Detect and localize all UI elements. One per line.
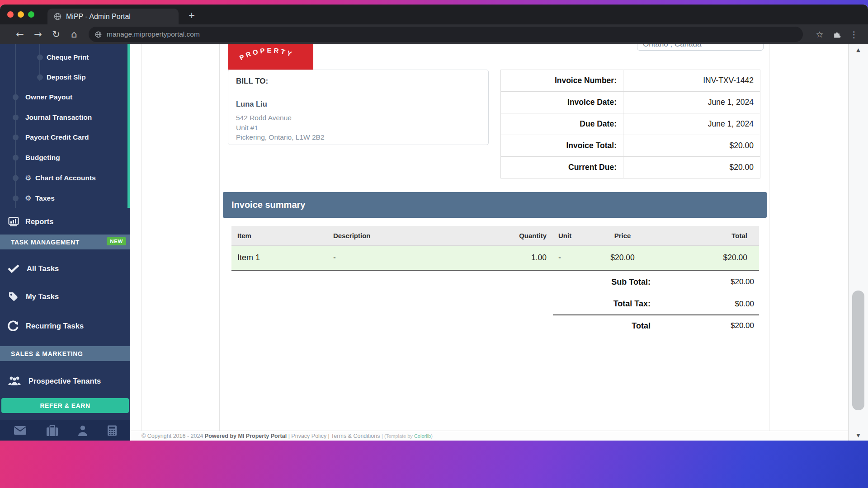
- total-tax-label: Total Tax:: [553, 299, 651, 309]
- back-button[interactable]: ←: [12, 27, 28, 42]
- invoice-items-table: Item Description Quantity Unit Price Tot…: [231, 226, 759, 271]
- address-bar[interactable]: manage.mipropertyportal.com: [89, 27, 803, 42]
- col-header-description: Description: [333, 226, 448, 245]
- person-icon[interactable]: [78, 425, 88, 436]
- subtotal-value: $20.00: [651, 277, 759, 286]
- browser-scrollbar[interactable]: ▲ ▼: [848, 44, 868, 441]
- bill-to-name: Luna Liu: [236, 100, 481, 108]
- gear-icon: ⚙: [25, 188, 31, 208]
- subtotal-row: Sub Total: $20.00: [553, 271, 759, 293]
- sidebar-item-budgeting[interactable]: Budgeting: [0, 148, 130, 168]
- sidebar-item-chart-of-accounts[interactable]: ⚙Chart of Accounts: [0, 168, 130, 188]
- invoice-date-value: June 1, 2024: [623, 92, 760, 113]
- sidebar-item-reports[interactable]: Reports: [0, 208, 130, 235]
- section-header-sales-marketing: SALES & MARKETING: [0, 346, 130, 361]
- zoom-window-button[interactable]: [28, 11, 34, 18]
- scrollbar-thumb[interactable]: [852, 291, 864, 410]
- refer-and-earn-button[interactable]: REFER & EARN: [1, 398, 129, 413]
- gear-icon: ⚙: [25, 168, 31, 188]
- table-row: Invoice Total:$20.00: [501, 135, 760, 157]
- bill-to-address-line: Unit #1: [236, 123, 481, 133]
- cell-unit: -: [550, 245, 586, 270]
- mail-icon[interactable]: [14, 426, 27, 435]
- invoice-number-label: Invoice Number:: [501, 70, 623, 92]
- window-controls[interactable]: [7, 11, 34, 18]
- browser-tab-bar: MiPP - Admin Portal +: [0, 5, 868, 24]
- sidebar-item-my-tasks[interactable]: My Tasks: [0, 282, 130, 311]
- total-tax-row: Total Tax: $0.00: [553, 293, 759, 314]
- sidebar-item-all-tasks[interactable]: All Tasks: [0, 255, 130, 282]
- bookmark-star-icon[interactable]: ☆: [812, 27, 827, 42]
- browser-tab[interactable]: MiPP - Admin Portal: [47, 9, 179, 24]
- refresh-icon: [8, 320, 19, 331]
- scroll-down-arrow-icon[interactable]: ▼: [849, 432, 868, 438]
- bill-to-address-line: Pickering, Ontario, L1W 2B2: [236, 132, 481, 142]
- footer-links[interactable]: | Privacy Policy | Terms & Conditions: [287, 433, 382, 439]
- location-field[interactable]: Ontario , Canada: [637, 44, 764, 51]
- scroll-up-arrow-icon[interactable]: ▲: [849, 47, 868, 53]
- reload-button[interactable]: ↻: [48, 27, 64, 42]
- new-badge: NEW: [107, 237, 126, 245]
- cell-price: $20.00: [586, 245, 659, 270]
- calculator-icon[interactable]: [107, 425, 117, 436]
- minimize-window-button[interactable]: [18, 11, 24, 18]
- table-row: Invoice Number:INV-TXV-1442: [501, 70, 760, 92]
- table-row: Item 1 - 1.00 - $20.00 $20.00: [231, 245, 759, 270]
- invoice-date-label: Invoice Date:: [501, 92, 623, 113]
- home-button[interactable]: ⌂: [66, 27, 82, 42]
- bill-to-address-line: 542 Rodd Avenue: [236, 113, 481, 123]
- current-due-value: $20.00: [623, 157, 760, 178]
- template-credit: | (Template by: [382, 433, 414, 439]
- template-brand-link[interactable]: Colorlib: [414, 433, 431, 439]
- col-header-price: Price: [586, 226, 659, 245]
- people-group-icon: [8, 376, 21, 386]
- section-header-task-management: TASK MANAGEMENT NEW: [0, 235, 130, 249]
- url-text: manage.mipropertyportal.com: [107, 30, 200, 38]
- invoice-total-label: Invoice Total:: [501, 135, 623, 157]
- current-due-label: Current Due:: [501, 157, 623, 178]
- total-label: Total: [553, 321, 651, 331]
- invoice-panel: Ontario , Canada PROPERTY BILL TO: Luna …: [219, 44, 769, 431]
- subtotal-label: Sub Total:: [553, 277, 651, 287]
- cell-quantity: 1.00: [448, 245, 550, 270]
- close-window-button[interactable]: [7, 11, 14, 18]
- sidebar: Cheque Print Deposit Slip Owner Payout J…: [0, 44, 130, 441]
- sidebar-item-deposit-slip[interactable]: Deposit Slip: [0, 67, 130, 87]
- page-footer: © Copyright 2016 - 2024 Powered by MI Pr…: [130, 431, 868, 441]
- col-header-quantity: Quantity: [448, 226, 550, 245]
- bar-chart-icon: [8, 217, 19, 226]
- invoice-details-table: Invoice Number:INV-TXV-1442 Invoice Date…: [500, 70, 760, 178]
- due-date-label: Due Date:: [501, 113, 623, 135]
- table-header-row: Item Description Quantity Unit Price Tot…: [231, 226, 759, 245]
- sidebar-item-payout-credit-card[interactable]: Payout Credit Card: [0, 127, 130, 148]
- bill-to-card: BILL TO: Luna Liu 542 Rodd Avenue Unit #…: [228, 70, 489, 145]
- sidebar-item-cheque-print[interactable]: Cheque Print: [0, 47, 130, 67]
- sidebar-bottom-icon-bar: [0, 420, 130, 441]
- main-content: Ontario , Canada PROPERTY BILL TO: Luna …: [130, 44, 868, 441]
- table-row: Current Due:$20.00: [501, 157, 760, 178]
- extensions-puzzle-icon[interactable]: [829, 27, 844, 42]
- tab-favicon-globe-icon: [54, 13, 61, 20]
- invoice-totals: Sub Total: $20.00 Total Tax: $0.00 Total…: [553, 271, 759, 336]
- sidebar-item-journal-transaction[interactable]: Journal Transaction: [0, 108, 130, 128]
- site-globe-icon: [95, 31, 102, 38]
- invoice-total-value: $20.00: [623, 135, 760, 157]
- new-tab-button[interactable]: +: [189, 9, 195, 22]
- cell-item: Item 1: [231, 245, 333, 270]
- sidebar-item-recurring-tasks[interactable]: Recurring Tasks: [0, 311, 130, 341]
- col-header-unit: Unit: [550, 226, 586, 245]
- svg-text:PROPERTY: PROPERTY: [238, 46, 295, 61]
- sidebar-item-owner-payout[interactable]: Owner Payout: [0, 87, 130, 108]
- invoice-summary-header: Invoice summary: [223, 192, 767, 218]
- briefcase-icon[interactable]: [46, 425, 58, 436]
- table-row: Invoice Date:June 1, 2024: [501, 92, 760, 113]
- browser-menu-icon[interactable]: ⋮: [846, 27, 862, 42]
- tab-title: MiPP - Admin Portal: [66, 13, 131, 21]
- cell-description: -: [333, 245, 448, 270]
- forward-button[interactable]: →: [30, 27, 46, 42]
- browser-window: MiPP - Admin Portal + ← → ↻ ⌂ manage.mip…: [0, 5, 868, 441]
- sidebar-item-prospective-tenants[interactable]: Prospective Tenants: [0, 367, 130, 394]
- sidebar-item-taxes[interactable]: ⚙Taxes: [0, 188, 130, 208]
- property-logo-arc: PROPERTY: [228, 44, 313, 70]
- bill-to-header: BILL TO:: [228, 70, 488, 92]
